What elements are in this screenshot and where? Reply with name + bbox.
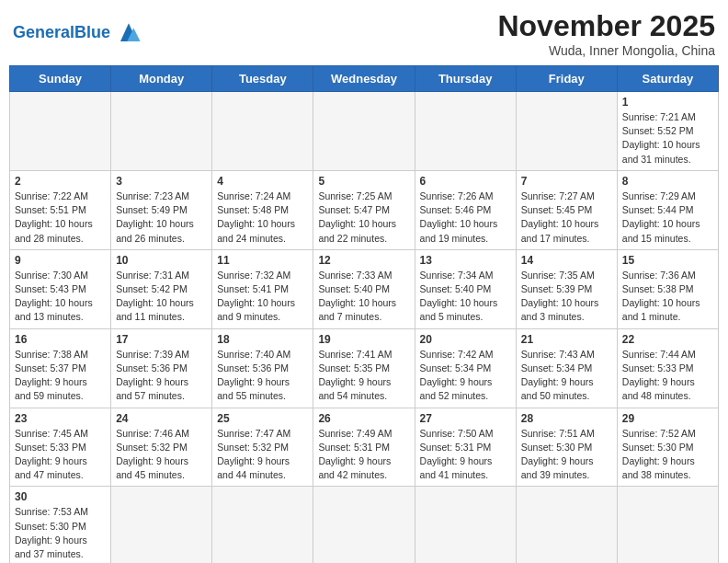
header-saturday: Saturday: [617, 66, 718, 92]
day-28: 28 Sunrise: 7:51 AM Sunset: 5:30 PM Dayl…: [516, 408, 617, 487]
sunrise: Sunrise: 7:45 AM: [15, 428, 88, 439]
day-info: Sunrise: 7:33 AM Sunset: 5:40 PM Dayligh…: [318, 269, 409, 325]
sunrise: Sunrise: 7:41 AM: [318, 349, 392, 360]
daylight: Daylight: 9 hours and 38 minutes.: [622, 455, 695, 480]
month-title: November 2025: [497, 9, 715, 43]
sunset: Sunset: 5:31 PM: [318, 442, 390, 453]
day-number: 6: [420, 175, 511, 188]
day-29: 29 Sunrise: 7:52 AM Sunset: 5:30 PM Dayl…: [617, 408, 718, 487]
day-21: 21 Sunrise: 7:43 AM Sunset: 5:34 PM Dayl…: [516, 328, 617, 408]
header-tuesday: Tuesday: [212, 66, 313, 92]
sunrise: Sunrise: 7:43 AM: [521, 349, 595, 360]
calendar-row-6: 30 Sunrise: 7:53 AM Sunset: 5:30 PM Dayl…: [10, 487, 719, 563]
daylight: Daylight: 9 hours and 52 minutes.: [420, 376, 493, 401]
daylight: Daylight: 10 hours and 1 minute.: [622, 297, 700, 322]
day-10: 10 Sunrise: 7:31 AM Sunset: 5:42 PM Dayl…: [111, 249, 212, 328]
sunrise: Sunrise: 7:36 AM: [622, 270, 696, 281]
daylight: Daylight: 9 hours and 42 minutes.: [318, 455, 391, 480]
sunrise: Sunrise: 7:22 AM: [15, 190, 88, 201]
sunset: Sunset: 5:33 PM: [622, 362, 694, 373]
daylight: Daylight: 10 hours and 7 minutes.: [318, 297, 396, 322]
day-7: 7 Sunrise: 7:27 AM Sunset: 5:45 PM Dayli…: [516, 170, 617, 249]
sunrise: Sunrise: 7:40 AM: [217, 349, 290, 360]
logo: GeneralBlue: [13, 17, 145, 50]
empty-cell: [313, 487, 415, 563]
day-info: Sunrise: 7:23 AM Sunset: 5:49 PM Dayligh…: [116, 190, 207, 246]
sunset: Sunset: 5:34 PM: [521, 362, 593, 373]
day-info: Sunrise: 7:21 AM Sunset: 5:52 PM Dayligh…: [622, 110, 713, 167]
sunset: Sunset: 5:31 PM: [420, 442, 492, 453]
day-23: 23 Sunrise: 7:45 AM Sunset: 5:33 PM Dayl…: [10, 408, 111, 487]
daylight: Daylight: 9 hours and 54 minutes.: [318, 376, 391, 401]
daylight: Daylight: 10 hours and 31 minutes.: [622, 139, 700, 164]
day-info: Sunrise: 7:34 AM Sunset: 5:40 PM Dayligh…: [420, 269, 511, 325]
sunset: Sunset: 5:36 PM: [217, 362, 289, 373]
empty-cell: [313, 92, 415, 171]
day-number: 2: [15, 175, 106, 188]
daylight: Daylight: 10 hours and 28 minutes.: [15, 218, 93, 243]
sunrise: Sunrise: 7:33 AM: [318, 270, 392, 281]
sunrise: Sunrise: 7:25 AM: [318, 190, 392, 201]
day-info: Sunrise: 7:31 AM Sunset: 5:42 PM Dayligh…: [116, 269, 207, 325]
sunrise: Sunrise: 7:39 AM: [116, 349, 189, 360]
sunset: Sunset: 5:47 PM: [318, 204, 390, 215]
day-info: Sunrise: 7:40 AM Sunset: 5:36 PM Dayligh…: [217, 348, 308, 404]
sunrise: Sunrise: 7:46 AM: [116, 428, 189, 439]
sunrise: Sunrise: 7:52 AM: [622, 428, 696, 439]
day-info: Sunrise: 7:50 AM Sunset: 5:31 PM Dayligh…: [420, 427, 511, 483]
day-number: 27: [420, 412, 511, 425]
day-number: 11: [217, 254, 308, 267]
daylight: Daylight: 10 hours and 19 minutes.: [420, 218, 498, 243]
day-number: 7: [521, 175, 612, 188]
daylight: Daylight: 9 hours and 47 minutes.: [15, 455, 87, 480]
daylight: Daylight: 9 hours and 37 minutes.: [15, 534, 87, 559]
day-number: 19: [318, 333, 409, 346]
day-info: Sunrise: 7:42 AM Sunset: 5:34 PM Dayligh…: [420, 348, 511, 404]
day-13: 13 Sunrise: 7:34 AM Sunset: 5:40 PM Dayl…: [415, 249, 516, 328]
day-16: 16 Sunrise: 7:38 AM Sunset: 5:37 PM Dayl…: [10, 328, 111, 408]
sunset: Sunset: 5:30 PM: [15, 521, 86, 532]
sunrise: Sunrise: 7:29 AM: [622, 190, 696, 201]
day-number: 8: [622, 175, 713, 188]
daylight: Daylight: 10 hours and 26 minutes.: [116, 218, 194, 243]
day-9: 9 Sunrise: 7:30 AM Sunset: 5:43 PM Dayli…: [10, 249, 111, 328]
header-thursday: Thursday: [415, 66, 516, 92]
day-info: Sunrise: 7:39 AM Sunset: 5:36 PM Dayligh…: [116, 348, 207, 404]
sunrise: Sunrise: 7:34 AM: [420, 270, 494, 281]
weekday-header-row: Sunday Monday Tuesday Wednesday Thursday…: [10, 66, 719, 92]
day-number: 30: [15, 490, 106, 503]
day-number: 17: [116, 333, 207, 346]
sunset: Sunset: 5:52 PM: [622, 125, 694, 136]
sunset: Sunset: 5:34 PM: [420, 362, 492, 373]
sunrise: Sunrise: 7:31 AM: [116, 270, 189, 281]
sunset: Sunset: 5:38 PM: [622, 283, 694, 294]
sunrise: Sunrise: 7:21 AM: [622, 111, 696, 122]
location: Wuda, Inner Mongolia, China: [497, 43, 715, 58]
sunset: Sunset: 5:48 PM: [217, 204, 289, 215]
day-25: 25 Sunrise: 7:47 AM Sunset: 5:32 PM Dayl…: [212, 408, 313, 487]
day-5: 5 Sunrise: 7:25 AM Sunset: 5:47 PM Dayli…: [313, 170, 415, 249]
daylight: Daylight: 9 hours and 57 minutes.: [116, 376, 188, 401]
day-26: 26 Sunrise: 7:49 AM Sunset: 5:31 PM Dayl…: [313, 408, 415, 487]
sunset: Sunset: 5:30 PM: [622, 442, 694, 453]
sunrise: Sunrise: 7:50 AM: [420, 428, 494, 439]
day-info: Sunrise: 7:49 AM Sunset: 5:31 PM Dayligh…: [318, 427, 409, 483]
calendar-row-5: 23 Sunrise: 7:45 AM Sunset: 5:33 PM Dayl…: [10, 408, 719, 487]
sunset: Sunset: 5:44 PM: [622, 204, 694, 215]
empty-cell: [617, 487, 718, 563]
calendar-row-2: 2 Sunrise: 7:22 AM Sunset: 5:51 PM Dayli…: [10, 170, 719, 249]
empty-cell: [111, 487, 212, 563]
day-8: 8 Sunrise: 7:29 AM Sunset: 5:44 PM Dayli…: [617, 170, 718, 249]
daylight: Daylight: 10 hours and 17 minutes.: [521, 218, 599, 243]
header-monday: Monday: [111, 66, 212, 92]
day-14: 14 Sunrise: 7:35 AM Sunset: 5:39 PM Dayl…: [516, 249, 617, 328]
sunset: Sunset: 5:30 PM: [521, 442, 593, 453]
daylight: Daylight: 10 hours and 9 minutes.: [217, 297, 295, 322]
sunrise: Sunrise: 7:27 AM: [521, 190, 595, 201]
day-number: 26: [318, 412, 409, 425]
calendar-row-3: 9 Sunrise: 7:30 AM Sunset: 5:43 PM Dayli…: [10, 249, 719, 328]
sunset: Sunset: 5:36 PM: [116, 362, 188, 373]
day-18: 18 Sunrise: 7:40 AM Sunset: 5:36 PM Dayl…: [212, 328, 313, 408]
daylight: Daylight: 10 hours and 11 minutes.: [116, 297, 194, 322]
sunset: Sunset: 5:46 PM: [420, 204, 492, 215]
